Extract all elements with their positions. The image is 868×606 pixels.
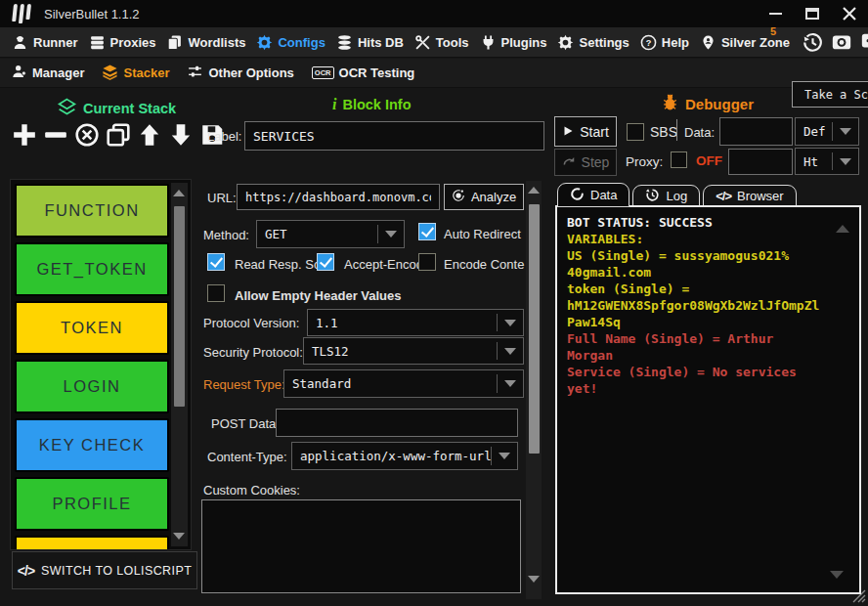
menu-settings[interactable]: Settings [557, 34, 629, 51]
protocol-version-dropdown[interactable]: 1.1 [307, 309, 524, 336]
scroll-down-icon[interactable] [528, 576, 540, 583]
stack-block-token[interactable]: TOKEN [15, 301, 169, 355]
subnav-other-options[interactable]: Other Options [187, 64, 293, 83]
stack-scrollbar-thumb[interactable] [174, 206, 185, 407]
menu-wordlists[interactable]: Wordlists [166, 34, 245, 51]
silverbullet-logo-icon [12, 4, 31, 23]
move-up-button[interactable] [135, 119, 164, 151]
console-scroll-up-icon[interactable] [836, 225, 849, 233]
debugger-start-button[interactable]: Start [554, 116, 617, 147]
stack-block-partial[interactable] [15, 536, 169, 550]
tab-data[interactable]: Data [557, 183, 629, 207]
method-dropdown[interactable]: GET [256, 220, 405, 248]
clear-stack-button[interactable] [72, 119, 102, 151]
menu-tools[interactable]: Tools [414, 34, 469, 51]
proxy-type-dropdown[interactable]: Ht [795, 148, 859, 175]
switch-to-loliscript-button[interactable]: </> SWITCH TO LOLISCRIPT [12, 551, 197, 589]
security-protocol-dropdown[interactable]: TLS12 [303, 337, 524, 365]
post-data-input[interactable] [276, 409, 518, 437]
stack-blocks-list: FUNCTION GET_TOKEN TOKEN LOGIN KEY CHECK… [15, 184, 169, 550]
debugger-console: BOT STATUS: SUCCESS VARIABLES: US (Singl… [555, 205, 861, 594]
maximize-button[interactable] [802, 3, 823, 24]
data-type-dropdown[interactable]: Def [795, 117, 859, 146]
menu-runner[interactable]: Runner [12, 34, 78, 51]
content-type-caption: Content-Type: [207, 450, 287, 464]
chevron-down-icon [833, 128, 858, 135]
console-line: US (Single) = sussyamogus021% [567, 247, 849, 264]
sliders-icon [187, 64, 203, 83]
subnav-ocr-testing[interactable]: OCR OCR Testing [312, 65, 414, 80]
subnav-stacker[interactable]: Stacker [102, 64, 169, 83]
close-button[interactable] [839, 3, 860, 24]
play-icon [562, 124, 574, 140]
console-line: Full Name (Single) = Arthur [567, 330, 849, 347]
debugger-step-button[interactable]: Step [554, 149, 617, 176]
auto-redirect-checkbox[interactable] [418, 223, 436, 240]
console-scroll-down-icon[interactable] [830, 571, 844, 579]
custom-cookies-textarea[interactable] [201, 499, 521, 593]
encode-content-checkbox[interactable] [418, 253, 436, 271]
settings-scrollbar-thumb[interactable] [529, 204, 540, 454]
tab-browser[interactable]: </> Browser [703, 185, 796, 207]
tab-log[interactable]: Log [632, 185, 700, 207]
protocol-version-caption: Protocol Version: [203, 316, 299, 330]
stack-block-function[interactable]: FUNCTION [15, 184, 169, 238]
add-block-button[interactable] [10, 119, 39, 151]
post-data-caption: POST Data: [211, 416, 280, 431]
tools-icon [414, 34, 431, 51]
stack-layers-icon [57, 97, 77, 120]
debugger-data-input[interactable] [719, 117, 793, 146]
history-clock-icon [645, 188, 660, 205]
scroll-down-icon[interactable] [173, 533, 185, 540]
content-type-dropdown[interactable]: application/x-www-form-urlenc [291, 442, 518, 470]
debugger-proxy-input[interactable] [728, 149, 793, 175]
url-input[interactable] [237, 184, 440, 210]
menu-proxies[interactable]: Proxies [89, 34, 156, 51]
read-response-checkbox[interactable] [207, 253, 225, 271]
svg-text:?: ? [645, 37, 651, 47]
debugger-tabs: Data Log </> Browser [557, 183, 797, 207]
proxy-checkbox[interactable] [671, 152, 687, 168]
stack-block-profile[interactable]: PROFILE [15, 477, 169, 531]
menu-plugins[interactable]: Plugins [480, 34, 547, 51]
scroll-up-icon[interactable] [173, 190, 185, 196]
minimize-button[interactable] [764, 3, 786, 24]
camera-icon[interactable] [830, 30, 853, 54]
remove-block-button[interactable] [41, 119, 70, 151]
stack-scrollbar[interactable] [171, 183, 188, 546]
accept-encoding-checkbox[interactable] [317, 253, 334, 271]
stack-toolbar [10, 119, 227, 151]
scroll-up-icon[interactable] [528, 187, 540, 194]
menu-configs[interactable]: Configs [256, 34, 325, 51]
allow-empty-checkbox[interactable] [207, 284, 225, 302]
menu-silver-zone[interactable]: 5 Silver Zone [700, 34, 790, 51]
debugger-divider [676, 119, 677, 141]
auto-redirect-label: Auto Redirect [444, 227, 521, 241]
stack-block-login[interactable]: LOGIN [15, 360, 169, 413]
subnav-manager[interactable]: Manager [12, 64, 84, 82]
chevron-down-icon [378, 231, 404, 238]
stacker-layers-icon [102, 64, 118, 83]
silver-zone-badge: 5 [770, 25, 776, 37]
menu-help[interactable]: ? Help [640, 34, 689, 51]
discord-icon[interactable] [859, 30, 868, 54]
request-type-dropdown[interactable]: Standard [283, 369, 524, 398]
settings-scrollbar[interactable] [526, 181, 542, 599]
stack-block-get-token[interactable]: GET_TOKEN [15, 242, 169, 296]
code-icon: </> [716, 189, 731, 203]
menu-hits-db[interactable]: Hits DB [336, 34, 404, 51]
clone-block-button[interactable] [104, 119, 133, 151]
encode-content-label: Encode Conte [444, 257, 524, 272]
step-arrow-icon [562, 154, 576, 171]
sbs-checkbox[interactable] [627, 123, 644, 141]
analyze-button[interactable]: Analyze [444, 184, 524, 210]
block-label-input[interactable] [244, 121, 544, 151]
code-icon: </> [18, 563, 34, 579]
stack-block-key-check[interactable]: KEY CHECK [15, 418, 169, 472]
move-down-button[interactable] [166, 119, 195, 151]
take-screenshot-button[interactable]: Take a Scr [792, 81, 868, 108]
history-icon[interactable] [801, 30, 824, 54]
accept-encoding-label: Accept-Encod [344, 257, 423, 272]
request-type-caption: Request Type: [203, 377, 285, 392]
current-stack-header: Current Stack [57, 97, 176, 120]
